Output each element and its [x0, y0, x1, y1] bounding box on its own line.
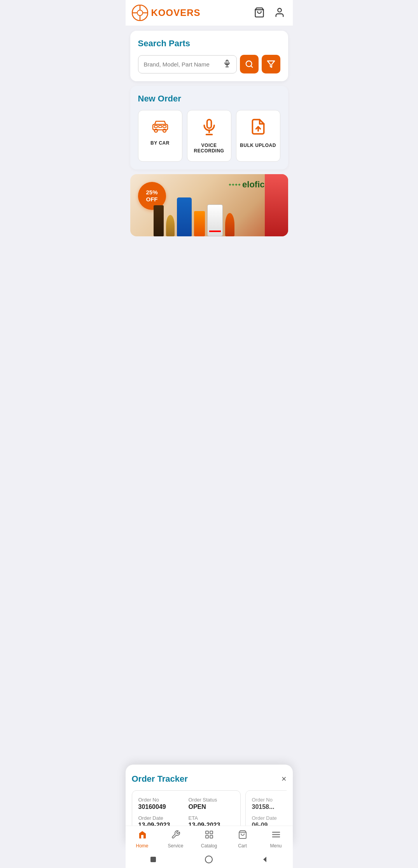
search-input[interactable]	[144, 61, 221, 68]
svg-point-16	[163, 129, 166, 132]
nav-catalog[interactable]: Catalog	[192, 826, 226, 851]
svg-marker-13	[267, 61, 274, 68]
app-name: KOOVERS	[151, 7, 201, 18]
promo-banner[interactable]: 25% OFF ✦✦✦✦ elofic	[130, 174, 288, 236]
tracker-close-button[interactable]: ×	[282, 775, 287, 783]
svg-rect-20	[207, 120, 211, 128]
search-parts-card: Search Parts	[130, 31, 288, 81]
app-header: KOOVERS	[126, 0, 293, 26]
catalog-icon	[205, 830, 214, 842]
header-icons	[252, 5, 287, 21]
svg-point-7	[278, 8, 281, 12]
android-home-button[interactable]	[202, 852, 216, 866]
nav-menu[interactable]: Menu	[259, 826, 293, 851]
svg-rect-27	[206, 835, 208, 838]
filter-1	[154, 205, 164, 236]
svg-rect-18	[159, 126, 162, 127]
eta-label: ETA	[189, 815, 234, 821]
svg-marker-35	[263, 857, 266, 862]
nav-cart-label: Cart	[238, 843, 247, 849]
new-order-title: New Order	[138, 94, 280, 104]
order-date-label-2: Order Date	[252, 815, 287, 821]
order-no-field: Order No 30160049	[138, 797, 184, 810]
user-button[interactable]	[273, 5, 287, 21]
cart-icon	[254, 7, 265, 18]
search-title: Search Parts	[138, 38, 280, 49]
order-no-value: 30160049	[138, 803, 184, 810]
by-car-button[interactable]: BY CAR	[138, 110, 182, 162]
order-status-value: OPEN	[189, 803, 234, 810]
filter-2	[166, 215, 175, 236]
banner-filters	[154, 190, 265, 236]
nav-home-label: Home	[136, 843, 148, 849]
nav-cart[interactable]: Cart	[226, 826, 259, 851]
banner-image: 25% OFF ✦✦✦✦ elofic	[130, 174, 288, 236]
search-icon	[245, 60, 254, 68]
search-input-wrap[interactable]	[138, 55, 237, 73]
nav-service-label: Service	[168, 843, 183, 849]
voice-recording-button[interactable]: VOICERECORDING	[187, 110, 231, 162]
nav-catalog-label: Catalog	[201, 843, 217, 849]
svg-rect-8	[226, 60, 228, 64]
filter-4	[194, 211, 205, 236]
tracker-header: Order Tracker ×	[132, 774, 287, 784]
order-status-label: Order Status	[189, 797, 234, 803]
order-grid-1: Order No 30160049 Order Status OPEN Orde…	[138, 797, 234, 829]
filter-button[interactable]	[262, 55, 280, 73]
svg-rect-33	[150, 857, 156, 862]
svg-point-15	[154, 129, 157, 132]
tracker-title: Order Tracker	[132, 774, 188, 784]
nav-home[interactable]: Home	[126, 826, 159, 851]
svg-rect-25	[206, 831, 208, 834]
user-icon	[274, 7, 285, 18]
cart-nav-icon	[238, 830, 247, 842]
order-date-label: Order Date	[138, 815, 184, 821]
car-icon	[152, 118, 169, 136]
svg-point-34	[205, 856, 212, 863]
spacer	[130, 241, 288, 334]
android-back-button[interactable]	[258, 852, 272, 866]
nav-menu-label: Menu	[270, 843, 282, 849]
order-no-value-2: 30158...	[252, 803, 287, 810]
order-no-field-2: Order No 30158...	[252, 797, 287, 810]
android-stop-button[interactable]	[146, 852, 160, 866]
search-button[interactable]	[240, 55, 259, 73]
filter-6	[225, 213, 234, 236]
bottom-nav: Home Service Catalog	[126, 826, 293, 851]
home-circle-icon	[205, 855, 213, 864]
filter-icon	[267, 60, 275, 68]
filter-5	[207, 204, 223, 236]
svg-rect-17	[154, 126, 157, 127]
svg-rect-19	[163, 126, 166, 127]
home-icon	[138, 830, 147, 842]
voice-recording-label: VOICERECORDING	[194, 143, 224, 154]
filter-3	[177, 197, 192, 236]
mic-icon	[223, 59, 231, 69]
upload-icon	[250, 118, 267, 139]
koovers-logo-icon	[132, 5, 148, 21]
order-grid-2: Order No 30158... Order Status OPEN Orde…	[252, 797, 287, 829]
logo-area: KOOVERS	[132, 5, 201, 21]
cart-button[interactable]	[252, 5, 266, 21]
main-content: Search Parts	[126, 26, 293, 365]
svg-line-12	[251, 66, 252, 67]
order-status-field: Order Status OPEN	[189, 797, 234, 810]
elofic-brand: elofic	[242, 180, 264, 190]
banner-right-panel	[265, 174, 288, 236]
menu-icon	[271, 830, 281, 842]
new-order-card: New Order BY CAR	[130, 86, 288, 169]
order-options: BY CAR VOICERECORDING	[138, 110, 280, 162]
svg-point-1	[137, 10, 143, 16]
back-icon	[261, 856, 269, 863]
order-no-label: Order No	[138, 797, 184, 803]
order-no-label-2: Order No	[252, 797, 287, 803]
android-nav-bar	[126, 851, 293, 868]
voice-icon	[201, 118, 218, 139]
bulk-upload-button[interactable]: BULK UPLOAD	[236, 110, 280, 162]
bulk-upload-label: BULK UPLOAD	[240, 143, 276, 148]
svg-rect-24	[141, 835, 143, 838]
nav-service[interactable]: Service	[159, 826, 192, 851]
by-car-label: BY CAR	[150, 140, 170, 146]
stop-icon	[150, 856, 157, 863]
svg-rect-26	[210, 831, 213, 834]
